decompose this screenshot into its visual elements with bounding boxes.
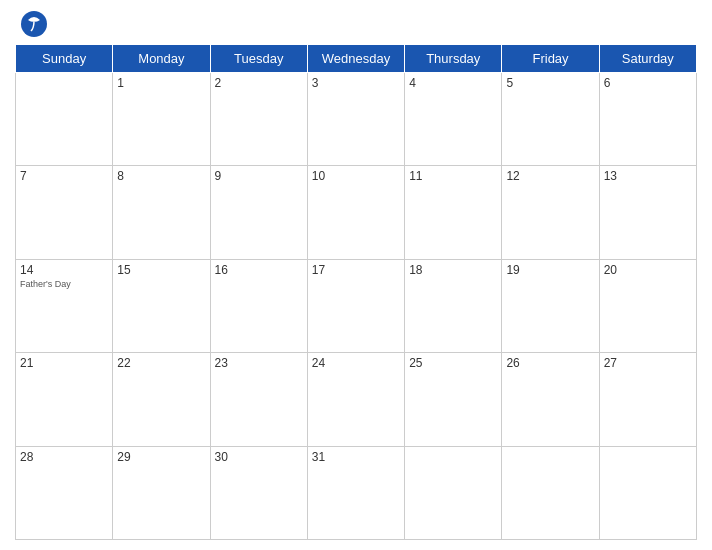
calendar-cell: 20 [599, 259, 696, 352]
day-number: 20 [604, 263, 692, 277]
calendar-cell: 22 [113, 353, 210, 446]
calendar-cell: 16 [210, 259, 307, 352]
calendar-cell: 14Father's Day [16, 259, 113, 352]
day-number: 18 [409, 263, 497, 277]
day-number: 21 [20, 356, 108, 370]
day-number: 31 [312, 450, 400, 464]
day-number: 4 [409, 76, 497, 90]
day-number: 14 [20, 263, 108, 277]
calendar-cell: 28 [16, 446, 113, 539]
calendar-cell: 18 [405, 259, 502, 352]
logo [20, 10, 50, 38]
calendar-cell: 8 [113, 166, 210, 259]
day-number: 22 [117, 356, 205, 370]
weekday-header-monday: Monday [113, 45, 210, 73]
day-number: 2 [215, 76, 303, 90]
calendar-cell [16, 73, 113, 166]
week-row-3: 14Father's Day151617181920 [16, 259, 697, 352]
day-number: 3 [312, 76, 400, 90]
day-number: 23 [215, 356, 303, 370]
calendar-cell: 15 [113, 259, 210, 352]
weekday-header-wednesday: Wednesday [307, 45, 404, 73]
calendar-cell [599, 446, 696, 539]
weekday-header-friday: Friday [502, 45, 599, 73]
day-number: 29 [117, 450, 205, 464]
weekday-header-tuesday: Tuesday [210, 45, 307, 73]
day-number: 19 [506, 263, 594, 277]
calendar-cell: 17 [307, 259, 404, 352]
week-row-2: 78910111213 [16, 166, 697, 259]
day-number: 5 [506, 76, 594, 90]
calendar-cell: 31 [307, 446, 404, 539]
calendar-cell: 5 [502, 73, 599, 166]
weekday-header-thursday: Thursday [405, 45, 502, 73]
day-number: 6 [604, 76, 692, 90]
day-number: 12 [506, 169, 594, 183]
day-number: 28 [20, 450, 108, 464]
day-number: 17 [312, 263, 400, 277]
event-label: Father's Day [20, 279, 108, 289]
calendar-cell: 13 [599, 166, 696, 259]
calendar-cell [405, 446, 502, 539]
calendar-table: SundayMondayTuesdayWednesdayThursdayFrid… [15, 44, 697, 540]
day-number: 9 [215, 169, 303, 183]
weekday-header-sunday: Sunday [16, 45, 113, 73]
calendar-cell: 26 [502, 353, 599, 446]
calendar-cell: 29 [113, 446, 210, 539]
day-number: 7 [20, 169, 108, 183]
calendar-cell [502, 446, 599, 539]
day-number: 15 [117, 263, 205, 277]
page-header [15, 10, 697, 38]
day-number: 1 [117, 76, 205, 90]
day-number: 16 [215, 263, 303, 277]
day-number: 30 [215, 450, 303, 464]
calendar-cell: 11 [405, 166, 502, 259]
calendar-cell: 30 [210, 446, 307, 539]
calendar-cell: 27 [599, 353, 696, 446]
day-number: 25 [409, 356, 497, 370]
day-number: 13 [604, 169, 692, 183]
calendar-cell: 19 [502, 259, 599, 352]
logo-bird-icon [20, 10, 48, 38]
day-number: 8 [117, 169, 205, 183]
calendar-cell: 4 [405, 73, 502, 166]
week-row-5: 28293031 [16, 446, 697, 539]
calendar-cell: 10 [307, 166, 404, 259]
week-row-1: 123456 [16, 73, 697, 166]
calendar-cell: 7 [16, 166, 113, 259]
day-number: 10 [312, 169, 400, 183]
calendar-cell: 12 [502, 166, 599, 259]
calendar-cell: 3 [307, 73, 404, 166]
weekday-header-saturday: Saturday [599, 45, 696, 73]
calendar-cell: 1 [113, 73, 210, 166]
calendar-cell: 25 [405, 353, 502, 446]
day-number: 26 [506, 356, 594, 370]
calendar-cell: 6 [599, 73, 696, 166]
day-number: 11 [409, 169, 497, 183]
day-number: 27 [604, 356, 692, 370]
day-number: 24 [312, 356, 400, 370]
calendar-cell: 24 [307, 353, 404, 446]
calendar-cell: 9 [210, 166, 307, 259]
calendar-cell: 23 [210, 353, 307, 446]
week-row-4: 21222324252627 [16, 353, 697, 446]
calendar-cell: 21 [16, 353, 113, 446]
weekday-header-row: SundayMondayTuesdayWednesdayThursdayFrid… [16, 45, 697, 73]
calendar-cell: 2 [210, 73, 307, 166]
